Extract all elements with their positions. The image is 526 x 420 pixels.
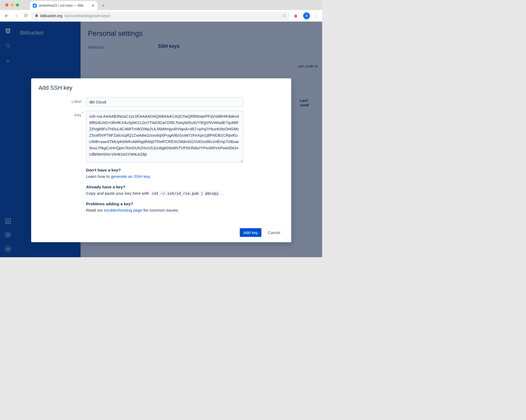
tab-title: ambethea22 / ssh keys — Bitb — [39, 4, 89, 7]
window-titlebar: ◆ ambethea22 / ssh keys — Bitb ✕ ＋ — [0, 0, 322, 10]
help-havekey-heading: Already have a key? — [86, 185, 125, 189]
dialog-title: Add SSH key — [39, 85, 284, 91]
lock-icon — [35, 14, 38, 18]
help-havekey-text-prefix: Copy and paste your key here with — [86, 191, 150, 195]
add-key-button[interactable]: Add key — [240, 228, 261, 237]
url-path: /account/settings/ssh-keys/ — [64, 14, 110, 18]
generate-ssh-key-link[interactable]: generate an SSH key — [111, 174, 149, 179]
window-minimize-icon[interactable] — [11, 3, 14, 7]
bookmark-star-icon[interactable]: ☆ — [283, 13, 287, 18]
url-host: bitbucket.org — [40, 14, 62, 18]
troubleshooting-link[interactable]: troubleshooting page — [104, 208, 142, 212]
nav-reload-button[interactable] — [22, 12, 30, 20]
toolbar-divider — [301, 13, 302, 18]
help-problems-prefix: Read our — [86, 208, 104, 212]
label-field-label: Label — [39, 97, 86, 104]
nav-forward-button[interactable] — [12, 12, 20, 20]
bitbucket-favicon-icon: ◆ — [33, 4, 37, 8]
browser-toolbar: bitbucket.org/account/settings/ssh-keys/… — [0, 10, 322, 22]
help-nokey-heading: Don't have a key? — [86, 168, 121, 172]
window-controls — [3, 0, 21, 10]
window-close-icon[interactable] — [5, 3, 8, 7]
help-problems-suffix: for common issues. — [142, 208, 179, 212]
address-bar[interactable]: bitbucket.org/account/settings/ssh-keys/… — [31, 12, 290, 20]
help-nokey-prefix: Learn how to — [86, 174, 111, 179]
extension-icon[interactable]: ◉ — [292, 12, 300, 20]
add-ssh-key-dialog: Add SSH key Label Key ssh-rsa AAAAB3NzaC… — [31, 78, 291, 242]
label-input[interactable] — [86, 97, 243, 107]
help-havekey-command: cat ~/.ssh/id_rsa.pub | pbcopy — [150, 191, 220, 196]
key-field-label: Key — [39, 111, 86, 117]
window-zoom-icon[interactable] — [16, 3, 19, 7]
key-textarea[interactable]: ssh-rsa AAAAB3NzaC1yc2EAAAADAQABAAACAQCh… — [86, 111, 243, 163]
cancel-button[interactable]: Cancel — [264, 228, 284, 237]
tab-close-icon[interactable]: ✕ — [91, 3, 95, 8]
app-root: ＋ ? AB Bitbucket Personal settings GENER… — [0, 22, 322, 257]
profile-avatar[interactable]: A — [303, 12, 310, 19]
help-problems-heading: Problems adding a key? — [86, 202, 133, 206]
browser-tab[interactable]: ◆ ambethea22 / ssh keys — Bitb ✕ — [30, 1, 97, 10]
new-tab-button[interactable]: ＋ — [100, 2, 107, 9]
help-nokey-suffix: . — [149, 174, 151, 179]
help-havekey-text-suffix: . — [220, 191, 223, 195]
nav-back-button[interactable] — [3, 12, 11, 20]
browser-menu-button[interactable]: ⋮ — [312, 12, 320, 20]
